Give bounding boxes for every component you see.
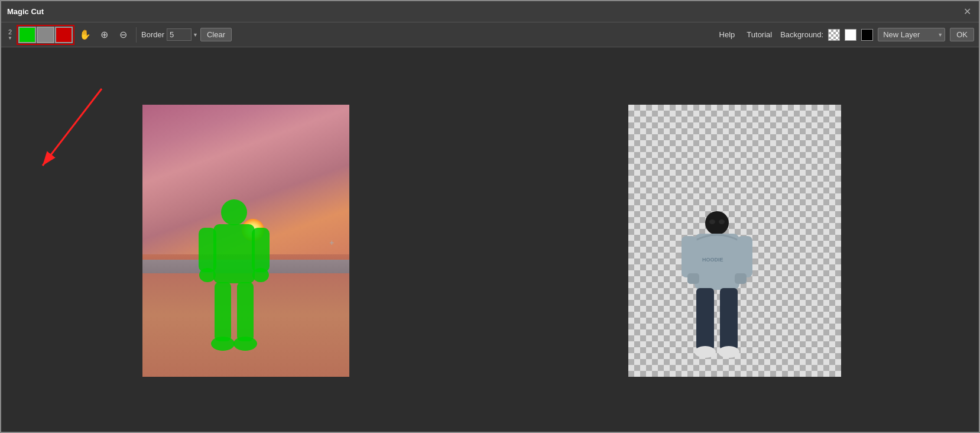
- svg-rect-7: [237, 282, 254, 341]
- bg-white-swatch[interactable]: [845, 29, 856, 41]
- svg-rect-1: [213, 224, 255, 283]
- preview-image: HOODIE: [628, 105, 841, 377]
- svg-rect-20: [735, 273, 747, 284]
- preview-person: HOODIE: [682, 211, 752, 359]
- toolbar: 2 ▼ ✋ ⊕ ⊖ Border 5 1 2 3 4 6 8 10 ▼ Clea…: [1, 22, 979, 47]
- svg-point-5: [252, 268, 269, 282]
- close-button[interactable]: ✕: [961, 6, 973, 18]
- source-image[interactable]: +: [142, 105, 349, 377]
- help-button[interactable]: Help: [716, 28, 739, 41]
- color-red[interactable]: [55, 27, 73, 43]
- svg-point-4: [199, 268, 216, 282]
- hand-tool-button[interactable]: ✋: [77, 27, 93, 43]
- svg-text:HOODIE: HOODIE: [702, 257, 723, 263]
- svg-rect-19: [687, 273, 699, 284]
- brush-size-arrow[interactable]: ▼: [8, 35, 12, 41]
- svg-rect-6: [215, 282, 231, 341]
- title-bar: Magic Cut ✕: [1, 1, 979, 22]
- annotation-arrow-svg: [25, 83, 119, 189]
- svg-point-13: [709, 219, 715, 224]
- border-label: Border: [141, 30, 164, 39]
- svg-point-12: [705, 211, 729, 235]
- right-canvas-panel: HOODIE: [490, 47, 979, 433]
- ok-button[interactable]: OK: [950, 28, 974, 41]
- color-gray[interactable]: [37, 27, 54, 43]
- svg-point-14: [719, 219, 725, 224]
- beach-background: [142, 105, 349, 377]
- toolbar-right: Help Tutorial Background: New Layer New …: [716, 28, 974, 41]
- tutorial-button[interactable]: Tutorial: [743, 28, 775, 41]
- brush-size-value: 2: [8, 28, 12, 35]
- svg-rect-18: [737, 236, 752, 277]
- svg-point-9: [233, 337, 257, 351]
- svg-rect-17: [682, 236, 697, 277]
- color-green[interactable]: [18, 27, 36, 43]
- svg-point-23: [695, 346, 716, 358]
- main-area: +: [1, 47, 979, 433]
- arrow-annotation: [25, 83, 119, 191]
- border-arrow-icon: ▼: [193, 32, 198, 38]
- bg-checker-swatch[interactable]: [828, 29, 840, 41]
- new-layer-wrapper: New Layer New Layer Replace Layer: [878, 28, 945, 41]
- app-title: Magic Cut: [7, 7, 961, 16]
- zoom-out-button[interactable]: ⊖: [115, 27, 131, 43]
- svg-rect-22: [720, 288, 738, 350]
- crosshair-cursor: +: [329, 238, 334, 247]
- svg-point-8: [211, 337, 235, 351]
- clear-button[interactable]: Clear: [200, 28, 232, 41]
- color-group: [17, 25, 74, 45]
- svg-rect-2: [199, 228, 216, 272]
- svg-rect-3: [252, 228, 270, 272]
- svg-point-24: [718, 346, 739, 358]
- brush-size-display: 2 ▼: [6, 28, 14, 41]
- svg-line-11: [43, 89, 102, 166]
- svg-point-0: [221, 199, 247, 225]
- person-green-mask: [196, 199, 272, 353]
- svg-rect-21: [696, 288, 714, 350]
- background-label: Background:: [780, 30, 823, 39]
- bg-black-swatch[interactable]: [861, 29, 873, 41]
- zoom-in-button[interactable]: ⊕: [96, 27, 112, 43]
- separator-1: [136, 27, 137, 43]
- new-layer-select[interactable]: New Layer New Layer Replace Layer: [878, 28, 945, 41]
- left-canvas-panel: +: [1, 47, 490, 433]
- border-select[interactable]: 5 1 2 3 4 6 8 10: [167, 28, 192, 41]
